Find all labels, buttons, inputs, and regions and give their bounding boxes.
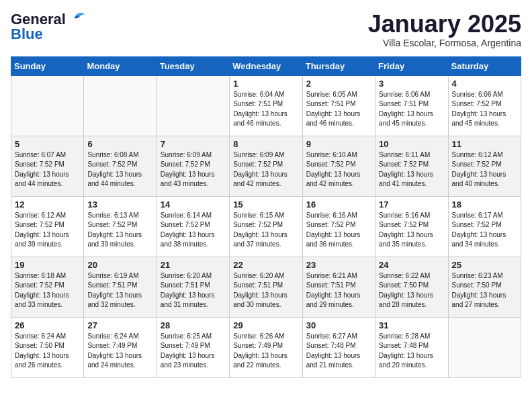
day-info: Sunrise: 6:06 AM Sunset: 7:52 PM Dayligh… — [452, 90, 517, 129]
calendar-cell: 2Sunrise: 6:05 AM Sunset: 7:51 PM Daylig… — [302, 75, 375, 136]
day-number: 6 — [87, 139, 152, 149]
day-number: 22 — [233, 260, 298, 270]
calendar-cell: 12Sunrise: 6:12 AM Sunset: 7:52 PM Dayli… — [11, 196, 84, 257]
day-info: Sunrise: 6:15 AM Sunset: 7:52 PM Dayligh… — [233, 211, 298, 250]
day-number: 17 — [379, 199, 444, 210]
calendar-cell: 27Sunrise: 6:24 AM Sunset: 7:49 PM Dayli… — [84, 317, 157, 377]
calendar-title: January 2025 — [368, 11, 521, 38]
weekday-header-sunday: Sunday — [11, 56, 84, 75]
calendar-cell: 8Sunrise: 6:09 AM Sunset: 7:52 PM Daylig… — [230, 136, 302, 196]
day-number: 11 — [452, 139, 517, 149]
weekday-header-tuesday: Tuesday — [157, 56, 229, 75]
weekday-header-friday: Friday — [375, 56, 448, 75]
calendar-cell — [448, 317, 521, 377]
calendar-cell: 4Sunrise: 6:06 AM Sunset: 7:52 PM Daylig… — [448, 75, 521, 136]
calendar-cell: 5Sunrise: 6:07 AM Sunset: 7:52 PM Daylig… — [11, 136, 84, 196]
calendar-cell: 25Sunrise: 6:23 AM Sunset: 7:50 PM Dayli… — [448, 257, 521, 317]
day-number: 15 — [233, 199, 298, 210]
calendar-cell: 26Sunrise: 6:24 AM Sunset: 7:50 PM Dayli… — [11, 317, 84, 377]
calendar-cell: 9Sunrise: 6:10 AM Sunset: 7:52 PM Daylig… — [302, 136, 375, 196]
day-number: 10 — [379, 139, 444, 149]
day-number: 14 — [161, 199, 226, 210]
calendar-cell: 10Sunrise: 6:11 AM Sunset: 7:52 PM Dayli… — [375, 136, 448, 196]
week-row-1: 1Sunrise: 6:04 AM Sunset: 7:51 PM Daylig… — [11, 75, 521, 136]
calendar-cell — [84, 75, 157, 136]
week-row-2: 5Sunrise: 6:07 AM Sunset: 7:52 PM Daylig… — [11, 136, 521, 196]
calendar-cell: 28Sunrise: 6:25 AM Sunset: 7:49 PM Dayli… — [157, 317, 229, 377]
calendar-subtitle: Villa Escolar, Formosa, Argentina — [368, 38, 521, 48]
day-info: Sunrise: 6:18 AM Sunset: 7:52 PM Dayligh… — [15, 271, 80, 310]
calendar-cell: 16Sunrise: 6:16 AM Sunset: 7:52 PM Dayli… — [302, 196, 375, 257]
calendar-cell: 23Sunrise: 6:21 AM Sunset: 7:51 PM Dayli… — [302, 257, 375, 317]
day-info: Sunrise: 6:12 AM Sunset: 7:52 PM Dayligh… — [15, 211, 80, 250]
day-number: 28 — [161, 320, 226, 330]
calendar-cell: 20Sunrise: 6:19 AM Sunset: 7:51 PM Dayli… — [84, 257, 157, 317]
calendar-cell: 24Sunrise: 6:22 AM Sunset: 7:50 PM Dayli… — [375, 257, 448, 317]
calendar-cell: 7Sunrise: 6:09 AM Sunset: 7:52 PM Daylig… — [157, 136, 229, 196]
day-info: Sunrise: 6:19 AM Sunset: 7:51 PM Dayligh… — [87, 271, 152, 310]
day-info: Sunrise: 6:23 AM Sunset: 7:50 PM Dayligh… — [452, 271, 517, 310]
day-info: Sunrise: 6:28 AM Sunset: 7:48 PM Dayligh… — [379, 332, 444, 371]
day-info: Sunrise: 6:07 AM Sunset: 7:52 PM Dayligh… — [15, 150, 80, 189]
day-info: Sunrise: 6:09 AM Sunset: 7:52 PM Dayligh… — [233, 150, 298, 189]
calendar-cell: 6Sunrise: 6:08 AM Sunset: 7:52 PM Daylig… — [84, 136, 157, 196]
day-number: 5 — [15, 139, 80, 149]
day-number: 27 — [87, 320, 152, 330]
calendar-cell: 22Sunrise: 6:20 AM Sunset: 7:51 PM Dayli… — [230, 257, 302, 317]
day-info: Sunrise: 6:25 AM Sunset: 7:49 PM Dayligh… — [161, 332, 226, 371]
day-number: 3 — [379, 79, 444, 89]
day-info: Sunrise: 6:16 AM Sunset: 7:52 PM Dayligh… — [379, 211, 444, 250]
day-number: 18 — [452, 199, 517, 210]
calendar-cell: 17Sunrise: 6:16 AM Sunset: 7:52 PM Dayli… — [375, 196, 448, 257]
day-number: 24 — [379, 260, 444, 270]
header: General Blue January 2025 Villa Escolar,… — [11, 11, 521, 48]
calendar-cell: 1Sunrise: 6:04 AM Sunset: 7:51 PM Daylig… — [230, 75, 302, 136]
day-number: 12 — [15, 199, 80, 210]
day-info: Sunrise: 6:26 AM Sunset: 7:49 PM Dayligh… — [233, 332, 298, 371]
week-row-5: 26Sunrise: 6:24 AM Sunset: 7:50 PM Dayli… — [11, 317, 521, 377]
weekday-header-monday: Monday — [84, 56, 157, 75]
title-area: January 2025 Villa Escolar, Formosa, Arg… — [368, 11, 521, 48]
day-info: Sunrise: 6:22 AM Sunset: 7:50 PM Dayligh… — [379, 271, 444, 310]
day-info: Sunrise: 6:17 AM Sunset: 7:52 PM Dayligh… — [452, 211, 517, 250]
day-number: 13 — [87, 199, 152, 210]
day-info: Sunrise: 6:20 AM Sunset: 7:51 PM Dayligh… — [161, 271, 226, 310]
week-row-4: 19Sunrise: 6:18 AM Sunset: 7:52 PM Dayli… — [11, 257, 521, 317]
logo-blue-text: Blue — [11, 26, 43, 43]
calendar-cell — [157, 75, 229, 136]
day-number: 1 — [233, 79, 298, 89]
day-info: Sunrise: 6:10 AM Sunset: 7:52 PM Dayligh… — [306, 150, 371, 189]
weekday-header-thursday: Thursday — [302, 56, 375, 75]
day-number: 4 — [452, 79, 517, 89]
logo-bird-icon — [67, 12, 86, 27]
day-number: 20 — [87, 260, 152, 270]
calendar-cell: 18Sunrise: 6:17 AM Sunset: 7:52 PM Dayli… — [448, 196, 521, 257]
calendar-cell: 21Sunrise: 6:20 AM Sunset: 7:51 PM Dayli… — [157, 257, 229, 317]
day-number: 29 — [233, 320, 298, 330]
weekday-header-row: SundayMondayTuesdayWednesdayThursdayFrid… — [11, 56, 521, 75]
calendar-cell: 3Sunrise: 6:06 AM Sunset: 7:51 PM Daylig… — [375, 75, 448, 136]
day-number: 21 — [161, 260, 226, 270]
calendar-cell: 14Sunrise: 6:14 AM Sunset: 7:52 PM Dayli… — [157, 196, 229, 257]
day-info: Sunrise: 6:04 AM Sunset: 7:51 PM Dayligh… — [233, 90, 298, 129]
calendar-cell: 11Sunrise: 6:12 AM Sunset: 7:52 PM Dayli… — [448, 136, 521, 196]
day-info: Sunrise: 6:27 AM Sunset: 7:48 PM Dayligh… — [306, 332, 371, 371]
day-number: 19 — [15, 260, 80, 270]
day-info: Sunrise: 6:09 AM Sunset: 7:52 PM Dayligh… — [161, 150, 226, 189]
calendar-cell: 29Sunrise: 6:26 AM Sunset: 7:49 PM Dayli… — [230, 317, 302, 377]
day-number: 2 — [306, 79, 371, 89]
day-info: Sunrise: 6:16 AM Sunset: 7:52 PM Dayligh… — [306, 211, 371, 250]
day-info: Sunrise: 6:21 AM Sunset: 7:51 PM Dayligh… — [306, 271, 371, 310]
day-number: 23 — [306, 260, 371, 270]
day-number: 16 — [306, 199, 371, 210]
calendar-table: SundayMondayTuesdayWednesdayThursdayFrid… — [11, 56, 521, 378]
calendar-cell: 15Sunrise: 6:15 AM Sunset: 7:52 PM Dayli… — [230, 196, 302, 257]
day-info: Sunrise: 6:14 AM Sunset: 7:52 PM Dayligh… — [161, 211, 226, 250]
day-info: Sunrise: 6:12 AM Sunset: 7:52 PM Dayligh… — [452, 150, 517, 189]
calendar-cell — [11, 75, 84, 136]
day-info: Sunrise: 6:11 AM Sunset: 7:52 PM Dayligh… — [379, 150, 444, 189]
weekday-header-wednesday: Wednesday — [230, 56, 302, 75]
day-number: 30 — [306, 320, 371, 330]
day-info: Sunrise: 6:20 AM Sunset: 7:51 PM Dayligh… — [233, 271, 298, 310]
calendar-cell: 31Sunrise: 6:28 AM Sunset: 7:48 PM Dayli… — [375, 317, 448, 377]
